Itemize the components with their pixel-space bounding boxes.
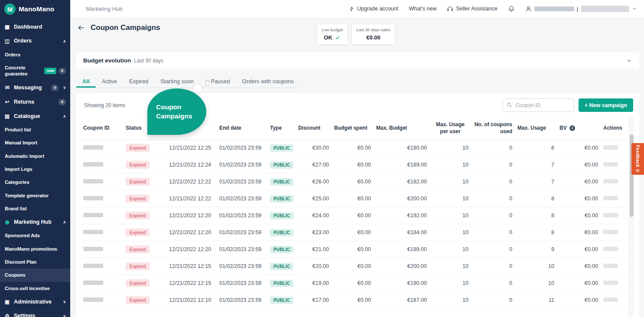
sidebar-subitem-manomano-promotions[interactable]: ManoMano promotions	[0, 242, 70, 255]
search-icon	[507, 102, 512, 108]
sidebar-item-label: Messaging	[14, 85, 48, 91]
sales-label: Last 30 days sales	[356, 27, 390, 32]
low-budget-label: Low budget	[322, 27, 343, 32]
cell-start-date: 12/21/2022 12:10	[166, 297, 217, 303]
tab-orders-with-coupons[interactable]: Orders with coupons	[236, 75, 300, 88]
back-arrow-icon[interactable]	[77, 24, 85, 31]
sidebar-subitem-orders[interactable]: Orders	[0, 48, 70, 61]
tab-active[interactable]: Active	[96, 75, 123, 88]
feedback-button[interactable]: Feedback ✉	[631, 143, 644, 175]
status-badge: Expired	[126, 144, 150, 152]
chevron-down-icon: ∨	[63, 314, 66, 317]
chevron-up-icon: ∧	[63, 114, 66, 118]
cell-actions[interactable]	[601, 229, 628, 235]
sidebar-subitem-automatic-import[interactable]: Automatic Import	[0, 150, 70, 163]
coachmark-bubble[interactable]: Coupon Campaigns	[147, 88, 206, 135]
cell-max-budget: €200.00	[374, 196, 429, 202]
type-badge: PUBLIC	[270, 161, 293, 169]
cell-actions[interactable]	[601, 280, 628, 286]
sidebar-item-messaging[interactable]: ✉Messaging0∨	[0, 81, 70, 95]
status-badge: Expired	[126, 262, 150, 270]
cell-start-date: 12/21/2022 12:25	[166, 145, 217, 151]
row-actions-redacted	[603, 230, 618, 234]
cell-type: PUBLIC	[267, 195, 296, 203]
cell-actions[interactable]	[601, 212, 628, 219]
coupon-id-redacted	[83, 230, 103, 234]
cell-max-usage-per-user: 10	[429, 229, 471, 235]
cell-coupon-id	[81, 263, 123, 269]
type-badge: PUBLIC	[270, 280, 293, 287]
cell-max-budget: €189.00	[374, 162, 429, 168]
table-row: Expired 12/21/2022 12:20 01/02/2023 23:5…	[81, 241, 628, 258]
upgrade-account-button[interactable]: Upgrade account	[349, 6, 398, 12]
cell-start-date: 12/21/2022 12:22	[166, 179, 217, 185]
sidebar-subitem-coupons[interactable]: Coupons	[0, 268, 70, 281]
whats-new-button[interactable]: What's new	[409, 6, 436, 12]
sidebar-item-settings[interactable]: ⚙Settings∨	[0, 309, 70, 317]
new-campaign-button[interactable]: + New campaign	[579, 98, 633, 112]
status-badge: Expired	[126, 212, 150, 219]
chevron-down-icon[interactable]	[626, 58, 632, 64]
seller-assistance-button[interactable]: Seller Assistance	[447, 6, 497, 12]
sidebar-item-marketing-hub[interactable]: ◉Marketing Hub∧	[0, 215, 70, 229]
info-icon[interactable]: i	[569, 125, 575, 131]
sidebar-subitem-template-generator[interactable]: Template generator	[0, 189, 70, 202]
cell-actions[interactable]	[601, 179, 628, 185]
sidebar-subitem-cross-sell-incentive[interactable]: Cross-sell incentive	[0, 282, 70, 295]
summary-cards: Low budget OK Last 30 days sales €0.00	[317, 24, 395, 45]
cell-end-date: 01/02/2023 23:59	[217, 212, 267, 219]
campaigns-table: Coupon ID Status Start date End date Typ…	[76, 117, 639, 309]
sidebar-subitem-product-list[interactable]: Product list	[0, 123, 70, 136]
cell-actions[interactable]	[601, 196, 628, 202]
tab-all[interactable]: All	[76, 75, 96, 88]
topbar: Marketing Hub Upgrade account What's new…	[70, 0, 644, 17]
cell-coupons-used: 0	[471, 246, 515, 252]
table-row: Expired 12/21/2022 12:20 01/02/2023 23:5…	[81, 207, 628, 224]
cell-status: Expired	[123, 279, 166, 287]
tab-paused[interactable]: Paused	[200, 75, 236, 88]
cell-actions[interactable]	[601, 246, 628, 252]
sidebar-subitem-brand-list[interactable]: Brand list	[0, 202, 70, 215]
settings-icon: ⚙	[4, 313, 10, 317]
cell-type: PUBLIC	[267, 297, 296, 304]
sidebar-item-catalogue[interactable]: ▤Catalogue∧	[0, 109, 70, 123]
sidebar-item-administrative[interactable]: ▣Administrative∨	[0, 295, 70, 309]
budget-evolution-panel[interactable]: Budget evolution Last 30 days	[76, 52, 639, 69]
cell-end-date: 01/02/2023 23:59	[217, 179, 267, 185]
cell-budget-spent: €0.00	[332, 196, 374, 202]
cell-end-date: 01/02/2023 23:59	[217, 229, 267, 235]
user-menu[interactable]: |	[525, 6, 637, 12]
sidebar-item-orders[interactable]: ◫Orders∧	[0, 34, 70, 48]
cell-max-usage-per-user: 10	[429, 179, 471, 185]
sidebar-item-returns[interactable]: ↩Returns0	[0, 95, 70, 109]
cell-type: PUBLIC	[267, 246, 296, 253]
cell-max-budget: €192.00	[374, 212, 429, 219]
cell-max-usage: 8	[515, 229, 557, 235]
col-max-budget: Max. Budget	[374, 125, 429, 132]
sales-value: €0.00	[366, 34, 381, 41]
sidebar-subitem-discount-plan[interactable]: Discount Plan	[0, 255, 70, 268]
brand-logo[interactable]: M ManoMano	[0, 0, 70, 16]
cell-max-usage-per-user: 10	[429, 280, 471, 286]
coupon-id-redacted	[83, 281, 103, 285]
sidebar-subitem-label: Brand list	[5, 206, 66, 212]
sidebar-item-dashboard[interactable]: ▦Dashboard	[0, 20, 70, 34]
sidebar-subitem-sponsored-ads[interactable]: Sponsored Ads	[0, 229, 70, 242]
row-actions-redacted	[603, 264, 618, 268]
tab-expired[interactable]: Expired	[123, 75, 154, 88]
cell-bv: €0.00	[557, 212, 601, 219]
cell-actions[interactable]	[601, 263, 628, 269]
sidebar-subitem-manual-import[interactable]: Manual Import	[0, 136, 70, 149]
sidebar-subitem-categories[interactable]: Categories	[0, 176, 70, 189]
cell-max-usage: 7	[515, 179, 557, 185]
sidebar-item-label: Dashboard	[14, 24, 66, 30]
search-input[interactable]	[515, 102, 570, 109]
sidebar-subitem-concrete-guarantee[interactable]: Concrete guaranteenew0	[0, 61, 70, 81]
sidebar-subitem-import-logs[interactable]: Import Logs	[0, 163, 70, 176]
notifications-bell-icon[interactable]	[508, 5, 515, 13]
cell-actions[interactable]	[601, 145, 628, 151]
cell-actions[interactable]	[601, 297, 628, 303]
cell-coupon-id	[81, 280, 123, 286]
table-row: Expired 12/21/2022 12:22 01/02/2023 23:5…	[81, 190, 628, 207]
cell-actions[interactable]	[601, 162, 628, 168]
